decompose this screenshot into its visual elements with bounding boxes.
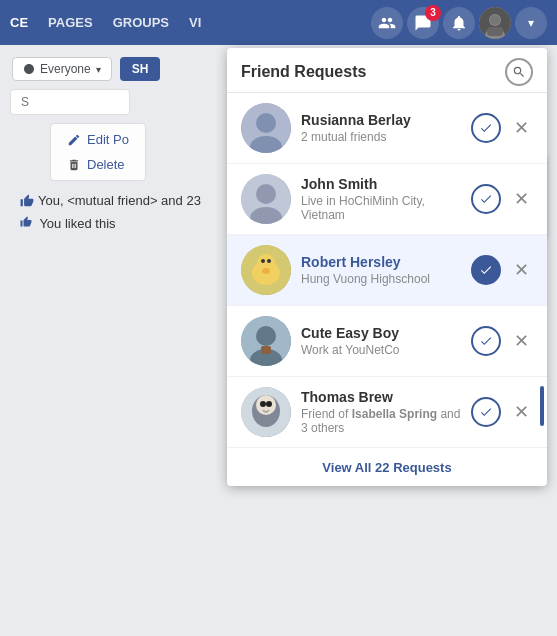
confirm-btn-4[interactable] <box>471 397 501 427</box>
panel-search-icon[interactable] <box>505 58 533 86</box>
request-sub-4: Friend of Isabella Spring and 3 others <box>301 407 461 435</box>
delete-post-item[interactable]: Delete <box>61 153 135 176</box>
request-info-4: Thomas Brew Friend of Isabella Spring an… <box>301 389 461 435</box>
request-info-3: Cute Easy Boy Work at YouNetCo <box>301 325 461 357</box>
edit-post-label: Edit Po <box>87 132 129 147</box>
request-name-4[interactable]: Thomas Brew <box>301 389 461 405</box>
search-input[interactable] <box>21 95 119 109</box>
request-item-4: Thomas Brew Friend of Isabella Spring an… <box>227 377 547 448</box>
delete-post-label: Delete <box>87 157 125 172</box>
user-avatar-nav[interactable] <box>479 7 511 39</box>
confirm-btn-2[interactable] <box>471 255 501 285</box>
chevron-down-icon: ▾ <box>96 64 101 75</box>
friend-requests-panel: Friend Requests Rusianna Berlay 2 mutual… <box>227 48 547 486</box>
request-item-0: Rusianna Berlay 2 mutual friends ✕ <box>227 93 547 164</box>
nav-link-groups[interactable]: GROUPS <box>103 0 179 45</box>
request-sub-3: Work at YouNetCo <box>301 343 461 357</box>
panel-header: Friend Requests <box>227 48 547 93</box>
request-avatar-4 <box>241 387 291 437</box>
decline-btn-0[interactable]: ✕ <box>509 116 533 140</box>
scroll-hint <box>540 386 544 426</box>
decline-btn-3[interactable]: ✕ <box>509 329 533 353</box>
privacy-button[interactable]: Everyone ▾ <box>12 57 112 81</box>
svg-point-12 <box>256 184 276 204</box>
request-info-1: John Smith Live in HoChiMinh City, Vietn… <box>301 176 461 222</box>
request-avatar-2 <box>241 245 291 295</box>
request-name-2[interactable]: Robert Hersley <box>301 254 461 270</box>
request-info-0: Rusianna Berlay 2 mutual friends <box>301 112 461 144</box>
friend-requests-icon-btn[interactable] <box>371 7 403 39</box>
svg-rect-23 <box>261 346 271 354</box>
request-item-1: John Smith Live in HoChiMinh City, Vietn… <box>227 164 547 235</box>
view-all-link[interactable]: View All 22 Requests <box>322 460 451 475</box>
confirm-btn-3[interactable] <box>471 326 501 356</box>
request-avatar-3 <box>241 316 291 366</box>
confirm-btn-0[interactable] <box>471 113 501 143</box>
request-name-1[interactable]: John Smith <box>301 176 461 192</box>
request-name-3[interactable]: Cute Easy Boy <box>301 325 461 341</box>
request-actions-0: ✕ <box>471 113 533 143</box>
request-info-2: Robert Hersley Hung Vuong Highschool <box>301 254 461 286</box>
request-item-2: Robert Hersley Hung Vuong Highschool ✕ <box>227 235 547 306</box>
svg-point-9 <box>256 113 276 133</box>
request-actions-1: ✕ <box>471 184 533 214</box>
request-actions-4: ✕ <box>471 397 533 427</box>
panel-title: Friend Requests <box>241 63 366 81</box>
nav-dropdown-btn[interactable]: ▾ <box>515 7 547 39</box>
decline-btn-4[interactable]: ✕ <box>509 400 533 424</box>
nav-link-vi[interactable]: VI <box>179 0 211 45</box>
request-name-0[interactable]: Rusianna Berlay <box>301 112 461 128</box>
request-avatar-0 <box>241 103 291 153</box>
request-sub-2: Hung Vuong Highschool <box>301 272 461 286</box>
svg-point-13 <box>250 207 282 224</box>
decline-btn-2[interactable]: ✕ <box>509 258 533 282</box>
svg-rect-4 <box>487 27 503 36</box>
svg-point-3 <box>490 15 500 25</box>
messages-icon-btn[interactable]: 3 <box>407 7 439 39</box>
svg-point-17 <box>262 268 270 274</box>
messages-badge: 3 <box>425 5 441 21</box>
liked-text: You, <mutual friend> and 23 <box>38 193 201 208</box>
svg-point-28 <box>266 401 272 407</box>
request-sub-0: 2 mutual friends <box>301 130 461 144</box>
svg-point-19 <box>267 259 271 263</box>
nav-bar: CE PAGES GROUPS VI 3 <box>0 0 557 45</box>
nav-link-pages[interactable]: PAGES <box>38 0 103 45</box>
privacy-label: Everyone <box>40 62 91 76</box>
view-all-row: View All 22 Requests <box>227 448 547 486</box>
confirm-btn-1[interactable] <box>471 184 501 214</box>
request-actions-2: ✕ <box>471 255 533 285</box>
svg-point-18 <box>261 259 265 263</box>
svg-point-21 <box>256 326 276 346</box>
post-actions-menu: Edit Po Delete <box>50 123 146 181</box>
request-actions-3: ✕ <box>471 326 533 356</box>
request-avatar-1 <box>241 174 291 224</box>
request-item-3: Cute Easy Boy Work at YouNetCo ✕ <box>227 306 547 377</box>
request-sub-1: Live in HoChiMinh City, Vietnam <box>301 194 461 222</box>
nav-left: CE PAGES GROUPS VI <box>0 0 211 45</box>
edit-post-item[interactable]: Edit Po <box>61 128 135 151</box>
notifications-icon-btn[interactable] <box>443 7 475 39</box>
search-bar <box>10 89 130 115</box>
nav-icons: 3 ▾ <box>371 7 547 39</box>
decline-btn-1[interactable]: ✕ <box>509 187 533 211</box>
nav-link-ce[interactable]: CE <box>0 0 38 45</box>
svg-point-27 <box>260 401 266 407</box>
svg-point-10 <box>250 136 282 153</box>
share-button[interactable]: SH <box>120 57 161 81</box>
